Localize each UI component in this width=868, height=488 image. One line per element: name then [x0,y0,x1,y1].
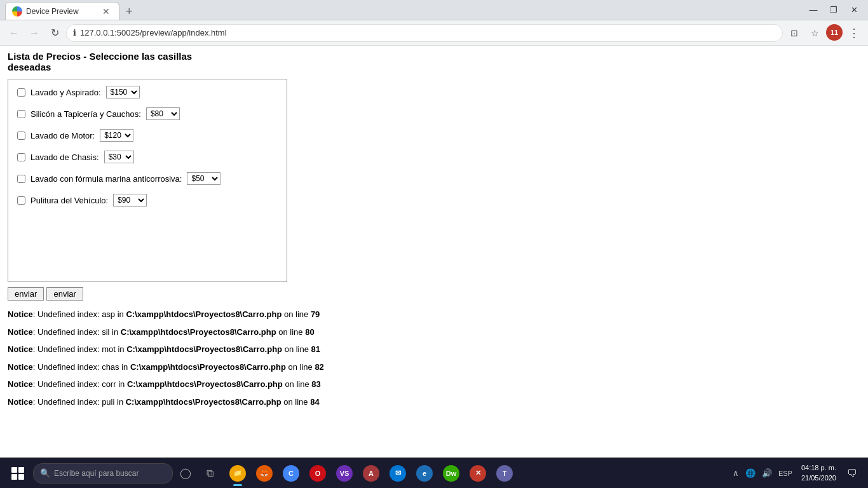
select-mot[interactable]: $120$150$200 [100,129,133,142]
checkbox-puli[interactable] [17,196,25,205]
notice-label: Notice [8,362,33,372]
notice-path: C:\xampp\htdocs\Proyectos8\Carro.php [126,309,281,319]
checkbox-asp[interactable] [17,88,25,97]
taskbar-icon-teams[interactable]: T [492,459,517,487]
service-label-corr: Lavado con fórmula marina anticorrosiva: [31,174,182,184]
notice-label: Notice [8,327,33,337]
notice-6: Notice: Undefined index: puli in C:\xamp… [8,396,860,409]
taskbar-icon-firefox[interactable]: 🦊 [252,459,277,487]
speaker-icon[interactable]: 🔊 [761,467,773,479]
network-icon[interactable]: 🌐 [744,467,757,479]
notice-path: C:\xampp\htdocs\Proyectos8\Carro.php [130,362,286,372]
taskbar-icon-opera[interactable]: O [305,459,330,487]
taskbar-icon-app9[interactable]: ✕ [465,459,491,487]
nav-bar: ← → ↻ ℹ 127.0.0.1:50025/preview/app/inde… [0,20,868,46]
service-row-asp: Lavado y Aspirado:$150$200$250 [17,86,278,98]
service-label-puli: Pulitura del Vehículo: [31,196,108,205]
show-hidden-icons[interactable]: ∧ [731,467,740,479]
page-content: Lista de Precios - Seleccione las casill… [0,46,868,458]
tab-close-button[interactable]: ✕ [100,5,112,18]
service-label-chas: Lavado de Chasis: [31,152,99,162]
notice-line-text: on line [282,344,311,354]
taskbar-icon-file-explorer[interactable]: 📁 [225,459,250,487]
notice-label: Notice [8,309,33,319]
notice-line-text: on line [283,379,312,389]
bookmark-button[interactable]: ☆ [806,24,824,42]
windows-logo-icon [11,467,24,480]
taskbar-icon-visual-studio[interactable]: VS [332,459,357,487]
taskbar: 🔍 Escribe aquí para buscar ◯ ⧉ 📁🦊COVSA✉e… [0,458,868,488]
notice-1: Notice: Undefined index: asp in C:\xampp… [8,308,860,321]
back-button[interactable]: ← [5,24,23,42]
cortana-button[interactable]: ◯ [174,462,197,485]
search-bar[interactable]: 🔍 Escribe aquí para buscar [33,463,173,484]
task-view-button[interactable]: ⧉ [198,462,221,485]
notice-label: Notice [8,379,33,389]
cast-button[interactable]: ⊡ [785,24,803,42]
select-puli[interactable]: $90$120$150 [113,194,147,207]
service-label-asp: Lavado y Aspirado: [31,88,101,97]
checkbox-chas[interactable] [17,153,25,161]
active-tab[interactable]: Device Preview ✕ [5,2,119,20]
notice-line-number: 79 [311,309,320,319]
tab-area: Device Preview ✕ + [5,0,799,20]
notice-line-number: 81 [311,344,320,354]
notice-2: Notice: Undefined index: sil in C:\xampp… [8,326,860,339]
forward-button[interactable]: → [25,24,43,42]
taskbar-right: ∧ 🌐 🔊 ESP 04:18 p. m. 21/05/2020 🗨 [731,462,864,485]
close-button[interactable]: ✕ [845,1,863,19]
notification-button[interactable]: 🗨 [843,462,862,485]
checkbox-corr[interactable] [17,175,25,183]
browser-window: Device Preview ✕ + — ❐ ✕ ← → ↻ ℹ 127.0.0… [0,0,868,488]
clock[interactable]: 04:18 p. m. 21/05/2020 [797,462,840,484]
minimize-button[interactable]: — [804,1,822,19]
search-placeholder: Escribe aquí para buscar [54,469,139,478]
language-label[interactable]: ESP [776,468,795,478]
maximize-button[interactable]: ❐ [825,1,843,19]
notice-line-text: on line [286,362,315,372]
select-chas[interactable]: $30$50$70 [104,151,134,163]
taskbar-icon-access[interactable]: A [358,459,384,487]
price-box: Lavado y Aspirado:$150$200$250Silicón a … [8,79,287,282]
taskbar-icon-chrome[interactable]: C [278,459,304,487]
taskbar-icons: 📁🦊COVSA✉eDw✕T [222,459,730,487]
system-tray: ∧ 🌐 🔊 [731,467,773,479]
start-button[interactable] [4,459,32,487]
enviar-button-1[interactable]: enviar [8,287,44,301]
menu-button[interactable]: ⋮ [845,24,863,42]
notice-line-number: 80 [305,327,314,337]
notice-text: : Undefined index: corr in [33,379,127,389]
notice-4: Notice: Undefined index: chas in C:\xamp… [8,361,860,374]
notice-line-text: on line [281,309,311,319]
page-title: Lista de Precios - Seleccione las casill… [8,51,860,72]
window-controls: — ❐ ✕ [804,1,863,19]
active-indicator-file-explorer [233,484,242,486]
enviar-button-2[interactable]: enviar [46,287,83,301]
notice-text: : Undefined index: asp in [33,309,126,319]
notice-path: C:\xampp\htdocs\Proyectos8\Carro.php [127,379,283,389]
address-bar[interactable]: ℹ 127.0.0.1:50025/preview/app/index.html [66,24,783,42]
checkbox-sil[interactable] [17,110,25,118]
lock-icon: ℹ [73,28,76,37]
service-row-corr: Lavado con fórmula marina anticorrosiva:… [17,172,278,185]
tab-title: Device Preview [26,7,79,16]
notice-line-number: 83 [311,379,320,389]
refresh-button[interactable]: ↻ [46,24,64,42]
service-row-mot: Lavado de Motor:$120$150$200 [17,129,278,142]
taskbar-icon-ie[interactable]: e [412,459,437,487]
notice-text: : Undefined index: sil in [33,327,121,337]
checkbox-mot[interactable] [17,132,25,140]
select-asp[interactable]: $150$200$250 [106,86,140,98]
notice-text: : Undefined index: puli in [33,397,126,407]
taskbar-icon-dreamweaver[interactable]: Dw [438,459,464,487]
nav-right-buttons: ⊡ ☆ 11 ⋮ [785,24,863,42]
notices-container: Notice: Undefined index: asp in C:\xampp… [8,308,860,408]
notice-label: Notice [8,397,33,407]
taskbar-icon-mail[interactable]: ✉ [385,459,410,487]
select-corr[interactable]: $50$80$100 [187,172,220,185]
select-sil[interactable]: $80$100$120 [146,107,180,120]
profile-avatar[interactable]: 11 [826,24,843,41]
notice-line-number: 84 [310,397,319,407]
new-tab-button[interactable]: + [122,4,137,20]
notice-line-number: 82 [315,362,323,372]
